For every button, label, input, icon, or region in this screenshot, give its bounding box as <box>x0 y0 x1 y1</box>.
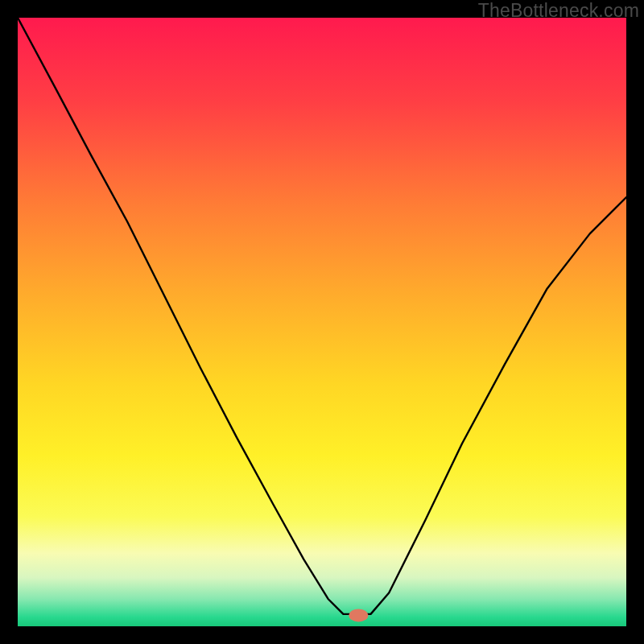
chart-svg <box>18 18 626 626</box>
chart-root: TheBottleneck.com <box>0 0 644 644</box>
optimal-point-marker <box>349 609 368 621</box>
plot-area <box>18 18 626 626</box>
watermark-text: TheBottleneck.com <box>478 0 639 22</box>
gradient-background <box>18 18 626 626</box>
